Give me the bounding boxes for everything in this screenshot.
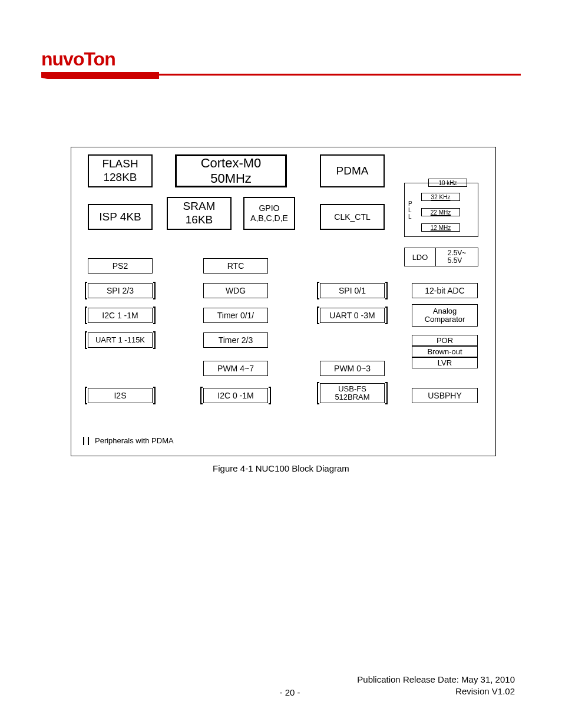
legend-text: Peripherals with PDMA xyxy=(95,436,174,445)
rtc-box: RTC xyxy=(203,258,268,274)
spi23-box: SPI 2/3 xyxy=(88,283,153,298)
cortex-l2: 50MHz xyxy=(210,171,252,186)
usbphy-box: USBPHY xyxy=(412,388,478,403)
pwm03-text: PWM 0~3 xyxy=(334,364,371,374)
osc-10k: 10 kHz xyxy=(428,179,467,187)
ldo-box: LDO 2.5V~ 5.5V xyxy=(404,248,478,266)
timer01-box: Timer 0/1/ xyxy=(203,308,268,323)
analog-box: Analog Comparator xyxy=(412,304,478,327)
rtc-text: RTC xyxy=(227,261,244,271)
osc-12m: 12 MHz xyxy=(421,223,460,232)
cortex-box: Cortex-M0 50MHz xyxy=(175,154,287,187)
i2c1-box: I2C 1 -1M xyxy=(88,308,153,323)
pll-frame: P L L 10 kHz 32 KHz 22 MHz 12 MHz xyxy=(404,183,478,237)
ldo-l: LDO xyxy=(404,248,436,266)
legend-icon xyxy=(83,437,89,445)
sram-box: SRAM 16KB xyxy=(167,197,232,230)
osc-22m: 22 MHz xyxy=(421,208,460,216)
timer23-text: Timer 2/3 xyxy=(219,335,253,345)
usb-l2: 512BRAM xyxy=(335,393,369,401)
flash-box: FLASH 128KB xyxy=(88,154,153,187)
pub-date: Publication Release Date: May 31, 2010 xyxy=(357,674,515,686)
isp-box: ISP 4KB xyxy=(88,204,153,230)
clk-box: CLK_CTL xyxy=(320,204,385,230)
spi23-text: SPI 2/3 xyxy=(107,286,134,296)
ps2-box: PS2 xyxy=(88,258,153,274)
ps2-text: PS2 xyxy=(113,261,128,271)
block-diagram: FLASH 128KB Cortex-M0 50MHz PDMA ISP 4KB… xyxy=(71,147,496,456)
i2c1-text: I2C 1 -1M xyxy=(102,311,138,321)
timer23-box: Timer 2/3 xyxy=(203,332,268,348)
figure-caption: Figure 4-1 NUC100 Block Diagram xyxy=(0,463,562,473)
sram-l1: SRAM xyxy=(183,200,216,213)
brownout-text: Brown-out xyxy=(412,346,478,357)
pwm47-text: PWM 4~7 xyxy=(217,364,254,374)
usb-l1: USB-FS xyxy=(338,385,366,393)
pdma-box: PDMA xyxy=(320,154,385,187)
uart1-text: UART 1 -115K xyxy=(95,335,145,345)
usb-box: USB-FS 512BRAM xyxy=(320,383,385,403)
clk-text: CLK_CTL xyxy=(334,212,370,222)
ldo-r: 2.5V~ 5.5V xyxy=(436,248,478,266)
revision: Revision V1.02 xyxy=(357,686,515,697)
osc-32k: 32 KHz xyxy=(421,193,460,201)
spi01-text: SPI 0/1 xyxy=(339,286,366,296)
analog-l2: Comparator xyxy=(425,315,465,324)
uart1-box: UART 1 -115K xyxy=(88,332,153,348)
uart0-text: UART 0 -3M xyxy=(329,311,375,321)
legend: Peripherals with PDMA xyxy=(83,436,174,445)
adc-text: 12-bit ADC xyxy=(425,286,465,296)
flash-l1: FLASH xyxy=(102,157,138,171)
i2c0-text: I2C 0 -1M xyxy=(217,391,253,401)
flash-l2: 128KB xyxy=(103,171,137,185)
i2c0-box: I2C 0 -1M xyxy=(203,388,268,403)
spi01-box: SPI 0/1 xyxy=(320,283,385,298)
usbphy-text: USBPHY xyxy=(428,391,462,401)
i2s-box: I2S xyxy=(88,388,153,403)
brand-logo: nuvoTon xyxy=(41,48,521,70)
gpio-l1: GPIO xyxy=(259,203,279,213)
pwm03-box: PWM 0~3 xyxy=(320,361,385,376)
timer01-text: Timer 0/1/ xyxy=(217,311,254,321)
pwm47-box: PWM 4~7 xyxy=(203,361,268,376)
por-stack: POR Brown-out LVR xyxy=(412,335,478,368)
isp-text: ISP 4KB xyxy=(99,210,141,224)
por-text: POR xyxy=(412,335,478,346)
adc-box: 12-bit ADC xyxy=(412,283,478,298)
header-rule xyxy=(41,74,521,76)
uart0-box: UART 0 -3M xyxy=(320,308,385,323)
pll-label: P L L xyxy=(408,200,412,220)
gpio-box: GPIO A,B,C,D,E xyxy=(243,197,295,230)
i2s-text: I2S xyxy=(114,391,126,401)
page-number: - 20 - xyxy=(279,687,300,697)
wdg-text: WDG xyxy=(226,286,246,296)
pdma-text: PDMA xyxy=(336,164,369,178)
wdg-box: WDG xyxy=(203,283,268,298)
analog-l1: Analog xyxy=(433,307,457,315)
gpio-l2: A,B,C,D,E xyxy=(250,213,288,223)
lvr-text: LVR xyxy=(412,357,478,368)
cortex-l1: Cortex-M0 xyxy=(201,156,262,171)
sram-l2: 16KB xyxy=(186,213,213,227)
